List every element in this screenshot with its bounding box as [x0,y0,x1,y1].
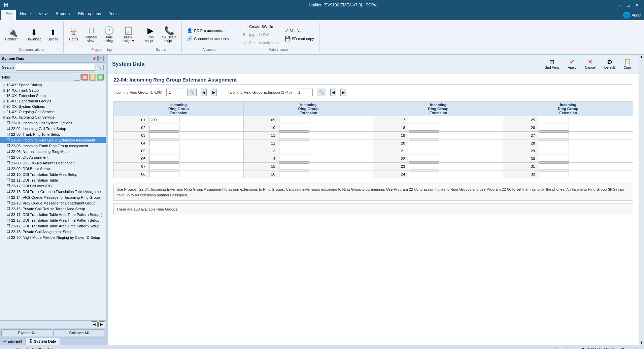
tree-item-2201[interactable]: ☐ 22-01: Incoming Call System Options [0,120,106,126]
ring-group-search-btn[interactable]: 🔍 [187,89,197,96]
grid-cell-input[interactable] [279,156,309,162]
tree-item-2213[interactable]: ☐ 22-13: DDI Trunk Group to Translation … [0,189,106,194]
tree-item-2203[interactable]: ☐ 22-03: Trunk Ring Tone Setup [0,131,106,137]
tree-item-2210[interactable]: ☐ 22-10: DDI Translation Table Area Setu… [0,171,106,177]
tree-item-16xx[interactable]: ⊞ 16-XX: Department Groups [0,98,106,104]
grid-cell-input[interactable] [149,140,179,146]
sidebar-close-btn[interactable]: ✕ [98,56,104,61]
about-link[interactable]: About [632,13,641,17]
tree-item-2202[interactable]: ☐ 22-02: Incoming Call Trunk Setup [0,126,106,131]
grid-cell-input[interactable] [409,171,439,177]
tree-item-2217a[interactable]: ☐ 22-17: DDI Translation Table Area Time… [0,212,106,217]
scroll-right-btn[interactable]: ▶ [98,321,105,327]
tree-item-2211[interactable]: ☐ 22-11: DDI Translation Table [0,177,106,183]
chassis-view-btn[interactable]: 🖥 Chassisview [82,25,99,44]
feature-activation-btn[interactable]: ⚡ Feature activation [240,39,281,46]
tab-file[interactable]: File [1,10,16,20]
grid-cell-input[interactable] [279,117,309,123]
connect-btn[interactable]: 🔌 Connect... [3,27,23,43]
tab-home[interactable]: Home [16,10,35,20]
grid-cell-input[interactable] [539,132,569,138]
tree-item-21xx[interactable]: ⊞ 21-XX: Outgoing Call Service [0,109,106,115]
ring-group-prev-btn[interactable]: ◀ [201,89,207,96]
grid-cell-input[interactable] [539,140,569,146]
upload-btn[interactable]: ⬆ Upload [45,27,61,43]
tree-item-2214[interactable]: ☐ 22-14: VRS Queue Message for Incoming … [0,194,106,200]
grid-cell-input[interactable] [149,156,179,162]
cards-btn[interactable]: 🃏 Cards [66,27,81,43]
grid-cell-input[interactable] [539,156,569,162]
run-script-btn[interactable]: ▶ Runscript... [143,25,158,44]
connection-accounts-btn[interactable]: 🔗 Connection accounts... [184,35,234,42]
extension-prev-btn[interactable]: ◀ [330,89,336,96]
sidebar-pin-btn[interactable]: 📌 [91,56,98,61]
grid-cell-input[interactable] [279,163,309,169]
grid-cell-input[interactable] [409,125,439,131]
create-sw-file-btn[interactable]: 📄 Create SW file [240,23,281,30]
download-btn[interactable]: ⬇ Download [24,27,44,43]
tab-tools[interactable]: Tools [105,10,123,20]
upgrade-sw-btn[interactable]: ⬆ Upgrade SW [240,31,281,38]
maximize-btn[interactable]: □ [625,2,632,8]
sd-card-copy-btn[interactable]: 💾 SD card copy [282,35,316,42]
copy-btn[interactable]: 📋 Copy [621,57,635,71]
tree-item-2212[interactable]: ☐ 22-12: DDI Fall over IRG [0,183,106,189]
tree-item-15xx[interactable]: ⊞ 15-XX: Extension Setup [0,93,106,98]
cancel-btn[interactable]: ✕ Cancel [582,57,599,71]
ring-group-input[interactable] [166,89,183,96]
tab-view[interactable]: View [35,10,52,20]
search-button[interactable]: 🔍 [96,65,104,70]
tree-item-14xx[interactable]: ⊞ 14-XX: Trunk Setup [0,88,106,93]
tree-item-2216[interactable]: ☐ 22-16: Private Call Refuse Target Area… [0,206,106,212]
tree-item-22xx[interactable]: ⊟ 22-XX: Incoming Call Service [0,115,106,120]
grid-cell-input[interactable] [279,140,309,146]
grid-cell-input[interactable] [279,148,309,154]
grid-cell-input[interactable] [279,132,309,138]
filter-btn-3[interactable]: ⬜ [89,74,96,81]
tree-item-13xx[interactable]: ⊞ 13-XX: Speed Dialing [0,82,106,88]
ring-group-next-btn[interactable]: ▶ [211,89,217,96]
tree-item-2208[interactable]: ☐ 22-08: DIL/IRG No Answer Destination [0,160,106,166]
collapse-all-btn[interactable]: Collapse All [54,329,104,336]
grid-view-btn[interactable]: ⊞ Grid View [542,57,562,71]
default-btn[interactable]: ⚙ Default [601,57,618,71]
apply-btn[interactable]: ✔ Apply [565,57,579,71]
grid-cell-input[interactable] [409,140,439,146]
grid-cell-input[interactable] [409,132,439,138]
tree-item-2217b[interactable]: ☐ 22-17: DDI Translation Table Area Time… [0,217,106,223]
grid-cell-input[interactable] [539,171,569,177]
grid-cell-input[interactable] [539,125,569,131]
grid-cell-input[interactable] [279,171,309,177]
grid-cell-input[interactable] [149,163,179,169]
sip-setup-btn[interactable]: 📞 SIP setupscript... [160,25,179,44]
tab-system-data[interactable]: 🗄 System Data [26,338,60,345]
grid-cell-input[interactable] [409,117,439,123]
filter-btn-4[interactable]: ⬜ [97,74,104,81]
extension-search-btn[interactable]: 🔍 [317,89,326,96]
grid-cell-input[interactable] [409,156,439,162]
close-btn[interactable]: ✕ [633,2,641,8]
grid-cell-input[interactable] [409,163,439,169]
pc-pro-accounts-btn[interactable]: 👤 PC Pro accounts... [184,27,234,34]
tree-item-2215[interactable]: ☐ 22-15: VRS Queue Message for Departmen… [0,200,106,206]
multi-assign-btn[interactable]: 📋 Multi-assign▼ [119,25,137,44]
tree-item-20xx[interactable]: ⊞ 20-XX: System Options [0,104,106,109]
expand-all-btn[interactable]: Expand All [1,329,52,336]
scroll-down-btn[interactable]: ▼ [640,340,644,345]
scroll-up-btn[interactable]: ▲ [640,55,644,59]
grid-cell-input[interactable] [149,132,179,138]
extension-input[interactable] [296,89,313,96]
tree-item-2205[interactable]: ☐ 22-05: Incoming Trunk Ring Group Assig… [0,143,106,149]
grid-cell-input[interactable] [149,117,179,123]
tree-item-2206[interactable]: ☐ 22-06: Normal Incoming Ring Mode [0,149,106,154]
grid-cell-input[interactable] [409,148,439,154]
tree-item-2217c[interactable]: ☐ 22-17: DDI Translation Table Area Time… [0,223,106,229]
grid-cell-input[interactable] [149,148,179,154]
grid-cell-input[interactable] [539,117,569,123]
extension-next-btn[interactable]: ▶ [340,89,346,96]
filter-btn-2[interactable]: ⬜ [81,74,88,81]
tree-item-2204[interactable]: ☐ 22-04: Incoming Ring Group Extension A… [0,137,106,143]
grid-cell-input[interactable] [279,125,309,131]
tab-filter-options[interactable]: Filter options [74,10,105,20]
filter-btn-1[interactable]: ⬜ [74,74,80,81]
